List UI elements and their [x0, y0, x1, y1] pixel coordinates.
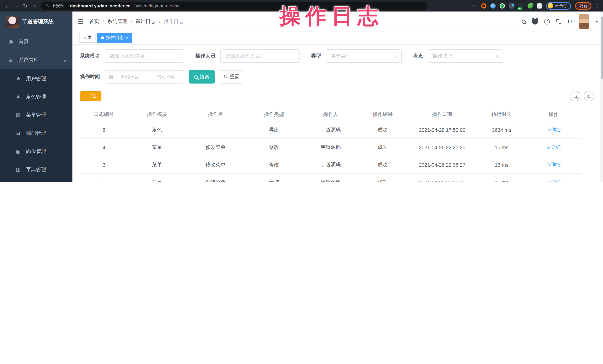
cell-log-id: 4	[80, 144, 128, 150]
column-header-module: 操作模块	[128, 111, 186, 118]
sidebar-item-post-mgmt[interactable]: ▣ 岗位管理	[0, 142, 72, 160]
detail-link[interactable]: ⊙详细	[546, 162, 561, 168]
module-input[interactable]	[105, 49, 184, 63]
status-label: 状态	[413, 53, 423, 59]
forward-icon[interactable]: →	[12, 3, 21, 9]
cell-module: 菜单	[128, 144, 186, 151]
github-icon[interactable]	[532, 19, 538, 24]
avatar-caret-down-icon[interactable]: ▾	[596, 19, 598, 24]
extension-icon-leaf[interactable]	[528, 3, 533, 8]
column-header-duration: 执行时长	[477, 111, 526, 118]
org-tree-icon: ⊞	[15, 130, 22, 136]
font-size-icon[interactable]: tT	[568, 19, 573, 24]
detail-link[interactable]: ⊙详细	[546, 179, 561, 182]
app-logo-row[interactable]: 芋道管理系统	[0, 11, 72, 32]
tab-home[interactable]: 首页	[79, 33, 95, 43]
column-header-log-id: 日志编号	[80, 111, 128, 118]
cell-date: 2021-04-28 17:52:09	[407, 127, 477, 133]
bookmark-star-icon[interactable]: ☆	[473, 3, 477, 9]
extension-icon-gray[interactable]	[509, 3, 514, 8]
sidebar-item-label: 用户管理	[26, 75, 46, 82]
page-scrollbar[interactable]	[600, 11, 603, 182]
extensions-puzzle-icon[interactable]	[537, 3, 542, 8]
detail-link-label: 详细	[551, 127, 561, 133]
back-icon[interactable]: ←	[3, 3, 12, 9]
sidebar-item-notice[interactable]: ✉ 通知公告	[0, 178, 72, 182]
tab-operate-log[interactable]: 操作日志 ×	[97, 33, 132, 43]
table-body: 5 角色 导出 芋道源码 成功 2021-04-28 17:52:09 3634…	[80, 121, 581, 182]
table-row: 2 菜单 创建菜单 新增 芋道源码 成功 2021-04-26 22:35:45…	[80, 174, 581, 182]
sidebar-item-system-mgmt[interactable]: ⚙ 系统管理 ∧	[0, 51, 72, 69]
search-icon[interactable]	[522, 20, 526, 23]
sidebar-item-role-mgmt[interactable]: ♟ 角色管理	[0, 88, 72, 106]
tags-view-bar: 首页 操作日志 ×	[72, 32, 603, 44]
sidebar-item-label: 角色管理	[26, 93, 46, 100]
refresh-button[interactable]: ↻	[584, 91, 594, 101]
help-icon[interactable]: ?	[545, 19, 550, 24]
menu-list-icon: ▤	[15, 112, 22, 118]
chrome-update-button[interactable]: 更新	[575, 2, 591, 10]
chrome-menu-icon[interactable]: ⋮	[596, 3, 600, 8]
dashboard-icon: ◉	[7, 39, 14, 44]
extension-icon-blue[interactable]	[490, 3, 496, 8]
sidebar-item-home[interactable]: ◉ 首页	[0, 32, 72, 51]
extension-icon-orange[interactable]	[481, 3, 486, 8]
download-icon: ↓	[84, 94, 86, 98]
detail-link-label: 详细	[551, 179, 561, 182]
date-range-separator: -	[147, 74, 149, 79]
chevron-down-icon: ∨	[394, 54, 397, 58]
chevron-down-icon: ∨	[496, 54, 499, 58]
system-mgmt-submenu: ☻ 用户管理 ♟ 角色管理 ▤ 菜单管理 ⊞ 部门管理 ▣ 岗位管理	[0, 69, 72, 182]
sidebar-item-user-mgmt[interactable]: ☻ 用户管理	[0, 69, 72, 88]
app-title: 芋道管理系统	[22, 19, 54, 25]
app-logo	[6, 16, 19, 28]
cell-action: ⊙详细	[526, 162, 581, 168]
date-range-picker[interactable]: ▦ 开始日期 - 结束日期	[105, 70, 184, 84]
search-button[interactable]: 搜索	[189, 70, 215, 84]
reload-icon[interactable]: ↻	[21, 3, 30, 9]
detail-link[interactable]: ⊙详细	[546, 127, 561, 133]
breadcrumb-audit-log[interactable]: 审计日志	[136, 18, 156, 25]
extension-icon-switch[interactable]: on	[518, 3, 523, 8]
fullscreen-icon[interactable]	[556, 19, 562, 24]
cell-action: ⊙详细	[526, 144, 581, 151]
filter-time: 操作时间 ▦ 开始日期 - 结束日期	[80, 70, 184, 84]
module-label: 系统模块	[80, 53, 100, 59]
user-icon: ☻	[15, 76, 22, 81]
type-select[interactable]: 操作类型 ∨	[326, 49, 402, 63]
export-button[interactable]: ↓ 导出	[80, 91, 101, 101]
column-header-action: 操作	[526, 111, 581, 118]
reset-button[interactable]: ↻ 重置	[220, 70, 243, 84]
operator-input[interactable]	[220, 49, 300, 63]
detail-link-label: 详细	[551, 162, 561, 168]
cell-date: 2021-04-26 22:36:27	[407, 162, 477, 168]
breadcrumb-home[interactable]: 首页	[89, 18, 99, 25]
filter-status: 状态 操作状态 ∨	[413, 49, 503, 63]
sidebar-item-label: 菜单管理	[26, 111, 46, 118]
profile-paused-pill[interactable]: 已暂停	[546, 2, 571, 10]
tab-label: 首页	[83, 34, 92, 41]
export-button-label: 导出	[88, 93, 97, 99]
breadcrumb-system-mgmt[interactable]: 系统管理	[107, 18, 128, 25]
toggle-search-button[interactable]	[570, 91, 580, 101]
reset-button-label: 重置	[230, 74, 239, 80]
user-avatar[interactable]	[579, 14, 590, 29]
page-content: 系统模块 操作人员 类型 操作类型 ∨	[72, 44, 603, 182]
detail-link[interactable]: ⊙详细	[546, 144, 561, 151]
table-row: 5 角色 导出 芋道源码 成功 2021-04-28 17:52:09 3634…	[80, 121, 581, 139]
status-select[interactable]: 操作状态 ∨	[428, 49, 503, 63]
table-row: 4 菜单 修改菜单 修改 芋道源码 成功 2021-04-26 22:37:25…	[80, 139, 581, 156]
filter-row-1: 系统模块 操作人员 类型 操作类型 ∨	[80, 49, 594, 63]
address-bar[interactable]: ⚠ 不安全 dashboard.yudao.iocoder.cn /system…	[41, 2, 427, 10]
sidebar-item-dict-mgmt[interactable]: ▥ 字典管理	[0, 160, 72, 178]
scrollbar-thumb[interactable]	[601, 17, 603, 79]
breadcrumb-separator: /	[103, 19, 104, 24]
omnibox-divider	[67, 3, 68, 8]
extension-icon-green[interactable]	[500, 3, 505, 8]
table-header-row: 日志编号 操作模块 操作名 操作类型 操作人 操作结果 操作日期 执行时长 操作	[80, 107, 581, 121]
sidebar-item-menu-mgmt[interactable]: ▤ 菜单管理	[0, 106, 72, 124]
sidebar-item-dept-mgmt[interactable]: ⊞ 部门管理	[0, 124, 72, 142]
sidebar-collapse-icon[interactable]: ☰	[78, 18, 83, 25]
close-icon[interactable]: ×	[126, 35, 128, 40]
home-icon[interactable]: ⌂	[30, 3, 39, 9]
